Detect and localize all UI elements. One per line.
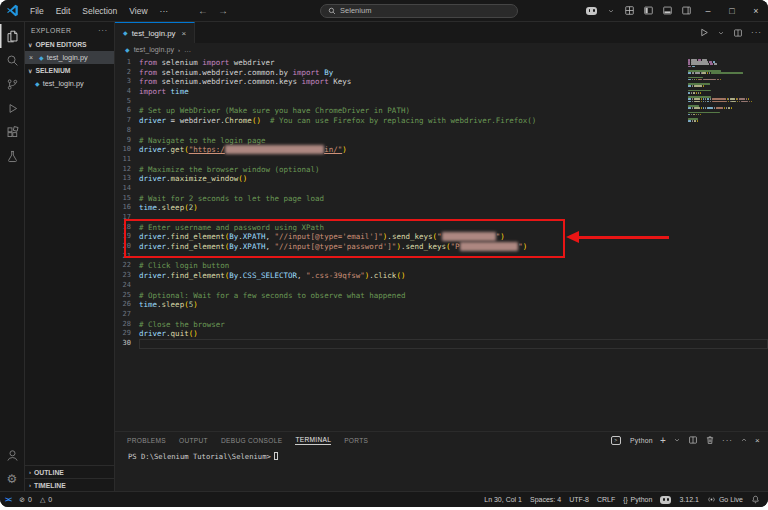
menu-more[interactable]: ··· xyxy=(154,6,175,16)
menu-edit[interactable]: Edit xyxy=(50,6,77,16)
status-utf-8[interactable]: UTF-8 xyxy=(569,496,589,503)
status-remote[interactable]: >< xyxy=(5,496,11,503)
sidebar-more-icon[interactable]: ··· xyxy=(98,27,108,34)
close-button[interactable]: × xyxy=(744,0,768,22)
nav-back-icon[interactable]: ← xyxy=(198,5,208,16)
nav-forward-icon[interactable]: → xyxy=(218,5,228,16)
line-text: # Optional: Wait for a few seconds to ob… xyxy=(139,291,768,301)
breadcrumb[interactable]: ◆ test_login.py › … xyxy=(115,43,768,56)
code-line-22: 22# Click login button xyxy=(115,261,768,271)
folder-section-selenium[interactable]: ∨ SELENIUM xyxy=(25,64,114,77)
minimap[interactable] xyxy=(688,59,752,125)
vscode-window: FileEditSelectionView ··· ← → Selenium –… xyxy=(0,0,768,507)
menu-view[interactable]: View xyxy=(123,6,153,16)
line-text: driver = webdriver.Chrome() # You can us… xyxy=(139,116,768,126)
activity-source-control-icon[interactable] xyxy=(0,72,25,96)
layout-grid-button[interactable] xyxy=(620,1,639,21)
status-3-12-1[interactable]: 3.12.1 xyxy=(679,496,698,503)
terminal-profile-icon[interactable]: > xyxy=(611,436,621,445)
line-number: 2 xyxy=(115,68,139,78)
panel-tab-debug-console[interactable]: DEBUG CONSOLE xyxy=(221,437,282,444)
braces-icon: {} xyxy=(623,496,627,503)
plus-icon[interactable]: + xyxy=(660,435,666,446)
activity-explorer-icon[interactable] xyxy=(0,24,25,48)
status-crlf[interactable]: CRLF xyxy=(597,496,615,503)
status-go-live[interactable]: Go Live xyxy=(707,495,743,504)
tab-close-icon[interactable]: × xyxy=(181,29,186,38)
close-icon[interactable]: × xyxy=(755,436,760,445)
line-text: driver.quit() xyxy=(139,329,768,339)
copilot-icon[interactable] xyxy=(586,7,597,15)
chevron-down-icon[interactable] xyxy=(673,436,681,444)
activity-testing-icon[interactable] xyxy=(0,144,25,168)
line-number: 30 xyxy=(115,339,139,349)
workbench: ⚙ EXPLORER ··· ∨ OPEN EDITORS × ◆ test_l… xyxy=(0,22,768,491)
bottom-panel: PROBLEMSOUTPUTDEBUG CONSOLETERMINALPORTS… xyxy=(115,431,768,491)
layout-sidebar-right-button[interactable] xyxy=(677,1,696,21)
command-search-box[interactable]: Selenium xyxy=(320,4,518,18)
line-text: # Click login button xyxy=(139,261,768,271)
tab-test-login[interactable]: ◆ test_login.py × xyxy=(115,22,195,43)
file-item-test-login[interactable]: ◆ test_login.py xyxy=(25,77,114,90)
open-editor-item-test-login[interactable]: × ◆ test_login.py xyxy=(25,51,114,64)
timeline-section[interactable]: › TIMELINE xyxy=(25,478,114,491)
trash-icon[interactable] xyxy=(705,435,715,445)
run-icon[interactable] xyxy=(698,27,709,38)
minimize-button[interactable]: – xyxy=(696,0,720,22)
layout-panel-icon[interactable] xyxy=(662,5,673,16)
layout-sidebar-right-icon[interactable] xyxy=(681,5,692,16)
open-editors-section[interactable]: ∨ OPEN EDITORS xyxy=(25,38,114,51)
status-copilot[interactable] xyxy=(660,496,671,504)
terminal-shell-label[interactable]: Python xyxy=(630,437,653,444)
layout-panel-button[interactable] xyxy=(658,1,677,21)
menu-file[interactable]: File xyxy=(24,6,50,16)
status-ln-30-col-1[interactable]: Ln 30, Col 1 xyxy=(484,496,522,503)
panel-tab-terminal[interactable]: TERMINAL xyxy=(295,436,331,444)
layout-sidebar-left-icon[interactable] xyxy=(643,5,654,16)
maximize-button[interactable]: □ xyxy=(720,0,744,22)
activity-extensions-icon[interactable] xyxy=(0,120,25,144)
layout-sidebar-left-button[interactable] xyxy=(639,1,658,21)
ellipsis-icon[interactable]: ··· xyxy=(722,436,733,445)
menu-selection[interactable]: Selection xyxy=(76,6,123,16)
minimap-line xyxy=(688,98,752,100)
line-number: 25 xyxy=(115,291,139,301)
ellipsis-icon[interactable]: ··· xyxy=(751,28,762,37)
arrow-annotation-shaft xyxy=(578,236,669,239)
chevron-up-icon[interactable] xyxy=(740,436,748,444)
line-text: # Wait for 2 seconds to let the page loa… xyxy=(139,194,768,204)
status-label: 0 xyxy=(28,496,32,503)
status-0[interactable]: ⊘0 xyxy=(19,496,32,504)
copilot-button[interactable] xyxy=(582,1,601,21)
status-bell[interactable] xyxy=(751,495,760,504)
terminal-prompt: PS D:\Selenium Tutorial\Selenium> xyxy=(128,452,271,461)
activity-settings-icon[interactable]: ⚙ xyxy=(0,467,25,491)
panel-tab-problems[interactable]: PROBLEMS xyxy=(127,437,166,444)
title-bar: FileEditSelectionView ··· ← → Selenium –… xyxy=(0,0,768,22)
activity-account-icon[interactable] xyxy=(0,443,25,467)
split-icon[interactable] xyxy=(688,435,698,445)
close-editor-icon[interactable]: × xyxy=(29,54,36,61)
line-number: 3 xyxy=(115,77,139,87)
terminal[interactable]: PS D:\Selenium Tutorial\Selenium> xyxy=(115,448,768,491)
minimap-line xyxy=(688,101,752,103)
chevron-down-icon[interactable] xyxy=(717,29,725,37)
status-label: Spaces: 4 xyxy=(530,496,561,503)
chevron-down-button[interactable] xyxy=(601,1,620,21)
panel-tab-output[interactable]: OUTPUT xyxy=(179,437,208,444)
status-spaces-4[interactable]: Spaces: 4 xyxy=(530,496,561,503)
chevron-down-icon[interactable] xyxy=(607,7,615,15)
status-0[interactable]: △0 xyxy=(40,496,52,504)
activity-run-debug-icon[interactable] xyxy=(0,96,25,120)
code-line-12: 12# Maximize the browser window (optiona… xyxy=(115,165,768,175)
layout-grid-icon[interactable] xyxy=(624,5,635,16)
status-python[interactable]: {}Python xyxy=(623,496,652,503)
line-number: 12 xyxy=(115,165,139,175)
code-editor[interactable]: 1from selenium import webdriver2from sel… xyxy=(115,56,768,431)
panel-tab-ports[interactable]: PORTS xyxy=(344,437,368,444)
sidebar-spacer xyxy=(25,90,114,465)
outline-section[interactable]: › OUTLINE xyxy=(25,465,114,478)
split-icon[interactable] xyxy=(733,28,743,38)
line-number: 23 xyxy=(115,271,139,281)
activity-search-icon[interactable] xyxy=(0,48,25,72)
